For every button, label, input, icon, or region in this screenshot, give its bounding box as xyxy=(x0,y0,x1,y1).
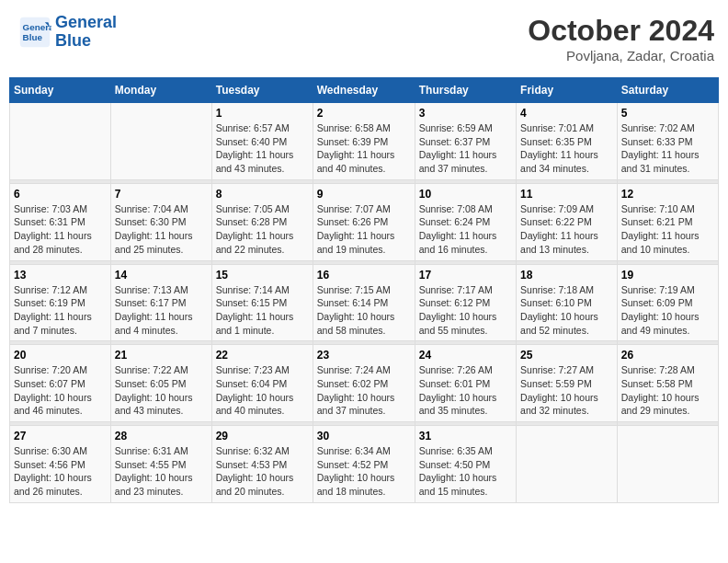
day-cell: 3Sunrise: 6:59 AM Sunset: 6:37 PM Daylig… xyxy=(415,103,516,180)
day-cell: 8Sunrise: 7:05 AM Sunset: 6:28 PM Daylig… xyxy=(211,183,313,260)
day-info: Sunrise: 7:03 AM Sunset: 6:31 PM Dayligh… xyxy=(14,202,107,257)
day-info: Sunrise: 7:05 AM Sunset: 6:28 PM Dayligh… xyxy=(216,202,309,257)
day-number: 17 xyxy=(419,269,512,282)
day-cell: 4Sunrise: 7:01 AM Sunset: 6:35 PM Daylig… xyxy=(517,103,618,180)
day-cell: 27Sunrise: 6:30 AM Sunset: 4:56 PM Dayli… xyxy=(10,426,111,503)
day-cell: 22Sunrise: 7:23 AM Sunset: 6:04 PM Dayli… xyxy=(211,345,313,422)
logo-icon: General Blue xyxy=(18,16,51,49)
header-cell-sunday: Sunday xyxy=(10,78,111,103)
day-info: Sunrise: 7:17 AM Sunset: 6:12 PM Dayligh… xyxy=(419,283,512,338)
week-row-2: 6Sunrise: 7:03 AM Sunset: 6:31 PM Daylig… xyxy=(10,183,719,260)
day-number: 8 xyxy=(216,188,309,201)
day-number: 24 xyxy=(419,349,512,362)
day-info: Sunrise: 7:04 AM Sunset: 6:30 PM Dayligh… xyxy=(115,202,208,257)
day-info: Sunrise: 7:15 AM Sunset: 6:14 PM Dayligh… xyxy=(317,283,411,338)
day-cell: 13Sunrise: 7:12 AM Sunset: 6:19 PM Dayli… xyxy=(10,264,111,341)
header-cell-thursday: Thursday xyxy=(415,78,516,103)
day-info: Sunrise: 7:24 AM Sunset: 6:02 PM Dayligh… xyxy=(317,363,411,418)
day-cell: 6Sunrise: 7:03 AM Sunset: 6:31 PM Daylig… xyxy=(10,183,111,260)
day-number: 21 xyxy=(115,349,208,362)
day-info: Sunrise: 7:19 AM Sunset: 6:09 PM Dayligh… xyxy=(621,283,714,338)
logo-text: General Blue xyxy=(55,14,117,51)
location: Povljana, Zadar, Croatia xyxy=(528,48,714,63)
day-cell: 18Sunrise: 7:18 AM Sunset: 6:10 PM Dayli… xyxy=(517,264,618,341)
day-number: 28 xyxy=(115,430,208,442)
day-info: Sunrise: 6:58 AM Sunset: 6:39 PM Dayligh… xyxy=(317,121,411,176)
day-cell: 20Sunrise: 7:20 AM Sunset: 6:07 PM Dayli… xyxy=(10,345,111,422)
header-row: SundayMondayTuesdayWednesdayThursdayFrid… xyxy=(10,78,719,103)
day-cell: 2Sunrise: 6:58 AM Sunset: 6:39 PM Daylig… xyxy=(313,103,415,180)
header-cell-tuesday: Tuesday xyxy=(211,78,313,103)
day-cell xyxy=(517,426,618,503)
day-info: Sunrise: 7:02 AM Sunset: 6:33 PM Dayligh… xyxy=(621,121,714,176)
day-cell xyxy=(10,103,111,180)
day-cell: 29Sunrise: 6:32 AM Sunset: 4:53 PM Dayli… xyxy=(211,426,313,503)
day-info: Sunrise: 7:23 AM Sunset: 6:04 PM Dayligh… xyxy=(216,363,309,418)
day-number: 22 xyxy=(216,349,309,362)
day-cell: 24Sunrise: 7:26 AM Sunset: 6:01 PM Dayli… xyxy=(415,345,516,422)
day-info: Sunrise: 7:28 AM Sunset: 5:58 PM Dayligh… xyxy=(621,363,714,418)
day-number: 29 xyxy=(216,430,309,442)
day-cell: 12Sunrise: 7:10 AM Sunset: 6:21 PM Dayli… xyxy=(617,183,718,260)
day-number: 11 xyxy=(520,188,613,201)
day-number: 6 xyxy=(14,188,107,201)
day-cell: 31Sunrise: 6:35 AM Sunset: 4:50 PM Dayli… xyxy=(415,426,516,503)
week-row-1: 1Sunrise: 6:57 AM Sunset: 6:40 PM Daylig… xyxy=(10,103,719,180)
day-cell: 19Sunrise: 7:19 AM Sunset: 6:09 PM Dayli… xyxy=(617,264,718,341)
day-cell xyxy=(110,103,211,180)
day-info: Sunrise: 7:09 AM Sunset: 6:22 PM Dayligh… xyxy=(520,202,613,257)
page-header: General Blue General Blue October 2024 P… xyxy=(9,9,719,68)
header-cell-monday: Monday xyxy=(110,78,211,103)
day-cell: 10Sunrise: 7:08 AM Sunset: 6:24 PM Dayli… xyxy=(415,183,516,260)
day-number: 3 xyxy=(419,107,512,120)
day-info: Sunrise: 7:12 AM Sunset: 6:19 PM Dayligh… xyxy=(14,283,107,338)
day-cell: 23Sunrise: 7:24 AM Sunset: 6:02 PM Dayli… xyxy=(313,345,415,422)
day-info: Sunrise: 7:01 AM Sunset: 6:35 PM Dayligh… xyxy=(520,121,613,176)
day-info: Sunrise: 6:59 AM Sunset: 6:37 PM Dayligh… xyxy=(419,121,512,176)
day-info: Sunrise: 6:57 AM Sunset: 6:40 PM Dayligh… xyxy=(216,121,309,176)
day-cell: 26Sunrise: 7:28 AM Sunset: 5:58 PM Dayli… xyxy=(617,345,718,422)
day-info: Sunrise: 6:30 AM Sunset: 4:56 PM Dayligh… xyxy=(14,444,107,499)
week-row-4: 20Sunrise: 7:20 AM Sunset: 6:07 PM Dayli… xyxy=(10,345,719,422)
day-cell: 9Sunrise: 7:07 AM Sunset: 6:26 PM Daylig… xyxy=(313,183,415,260)
logo-line1: General xyxy=(55,13,117,31)
day-number: 20 xyxy=(14,349,107,362)
day-number: 16 xyxy=(317,269,411,282)
day-info: Sunrise: 7:13 AM Sunset: 6:17 PM Dayligh… xyxy=(115,283,208,338)
day-info: Sunrise: 6:32 AM Sunset: 4:53 PM Dayligh… xyxy=(216,444,309,499)
day-number: 23 xyxy=(317,349,411,362)
day-info: Sunrise: 7:20 AM Sunset: 6:07 PM Dayligh… xyxy=(14,363,107,418)
day-number: 26 xyxy=(621,349,714,362)
day-cell: 14Sunrise: 7:13 AM Sunset: 6:17 PM Dayli… xyxy=(110,264,211,341)
day-cell: 28Sunrise: 6:31 AM Sunset: 4:55 PM Dayli… xyxy=(110,426,211,503)
day-cell: 30Sunrise: 6:34 AM Sunset: 4:52 PM Dayli… xyxy=(313,426,415,503)
day-cell: 1Sunrise: 6:57 AM Sunset: 6:40 PM Daylig… xyxy=(211,103,313,180)
day-cell: 15Sunrise: 7:14 AM Sunset: 6:15 PM Dayli… xyxy=(211,264,313,341)
day-number: 1 xyxy=(216,107,309,120)
svg-text:Blue: Blue xyxy=(23,32,43,42)
day-number: 12 xyxy=(621,188,714,201)
day-cell: 21Sunrise: 7:22 AM Sunset: 6:05 PM Dayli… xyxy=(110,345,211,422)
day-number: 14 xyxy=(115,269,208,282)
week-row-3: 13Sunrise: 7:12 AM Sunset: 6:19 PM Dayli… xyxy=(10,264,719,341)
day-number: 2 xyxy=(317,107,411,120)
day-cell: 7Sunrise: 7:04 AM Sunset: 6:30 PM Daylig… xyxy=(110,183,211,260)
day-number: 19 xyxy=(621,269,714,282)
day-cell xyxy=(617,426,718,503)
day-number: 13 xyxy=(14,269,107,282)
day-number: 25 xyxy=(520,349,613,362)
logo: General Blue General Blue xyxy=(18,14,117,51)
day-cell: 16Sunrise: 7:15 AM Sunset: 6:14 PM Dayli… xyxy=(313,264,415,341)
day-info: Sunrise: 7:22 AM Sunset: 6:05 PM Dayligh… xyxy=(115,363,208,418)
logo-line2: Blue xyxy=(55,31,91,50)
day-info: Sunrise: 6:31 AM Sunset: 4:55 PM Dayligh… xyxy=(115,444,208,499)
month-title: October 2024 xyxy=(528,14,714,48)
day-number: 9 xyxy=(317,188,411,201)
day-info: Sunrise: 7:26 AM Sunset: 6:01 PM Dayligh… xyxy=(419,363,512,418)
day-info: Sunrise: 7:18 AM Sunset: 6:10 PM Dayligh… xyxy=(520,283,613,338)
header-cell-saturday: Saturday xyxy=(617,78,718,103)
day-number: 10 xyxy=(419,188,512,201)
day-cell: 5Sunrise: 7:02 AM Sunset: 6:33 PM Daylig… xyxy=(617,103,718,180)
day-number: 18 xyxy=(520,269,613,282)
day-info: Sunrise: 7:10 AM Sunset: 6:21 PM Dayligh… xyxy=(621,202,714,257)
